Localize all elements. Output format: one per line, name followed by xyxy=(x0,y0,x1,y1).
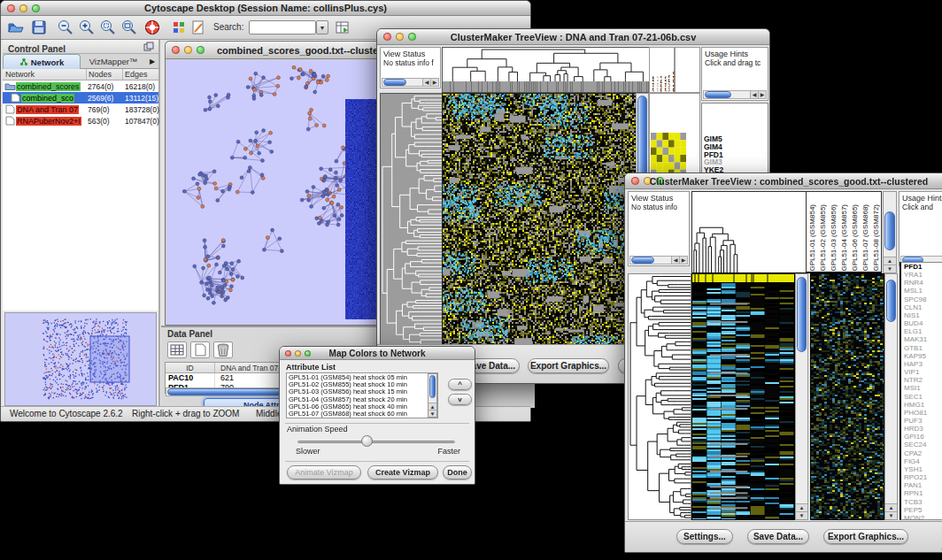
scroll-up-arrow[interactable]: ▲ xyxy=(796,503,807,511)
annotation-button[interactable] xyxy=(190,19,206,36)
scrollbar-thumb[interactable] xyxy=(429,375,436,398)
tv2-row-dendrogram[interactable] xyxy=(628,273,691,520)
search-options-button[interactable] xyxy=(334,19,351,36)
tv1-column-dendrogram[interactable] xyxy=(442,47,650,93)
close-button[interactable] xyxy=(172,46,180,54)
speed-slider-thumb[interactable] xyxy=(361,435,373,447)
gene-label[interactable]: HMG1 xyxy=(901,401,942,409)
gene-label[interactable]: TCB3 xyxy=(901,498,942,506)
gene-label[interactable]: RPN1 xyxy=(901,489,942,497)
tv1-correlation-matrix[interactable] xyxy=(651,133,686,177)
gene-label[interactable]: YSH1 xyxy=(901,465,942,473)
tv2-thumb-vscrollbar[interactable]: ▲ ▼ xyxy=(884,273,898,520)
speed-slider-track[interactable] xyxy=(297,441,455,443)
scrollbar-thumb[interactable] xyxy=(797,277,807,352)
tv1-titlebar[interactable]: ClusterMaker TreeView : DNA and Tran 07-… xyxy=(377,29,769,45)
gene-label[interactable]: SEC1 xyxy=(901,393,942,401)
tv1-status-hscrollbar[interactable]: ◀ ▶ xyxy=(382,78,439,87)
tab-vizmapper[interactable]: VizMapper™ xyxy=(81,54,146,69)
gene-label[interactable]: SPC98 xyxy=(901,295,942,303)
tv1-heatmap[interactable] xyxy=(442,93,637,348)
network-overview-canvas[interactable] xyxy=(5,313,156,405)
help-lifering-icon[interactable] xyxy=(143,19,162,36)
attribute-select-button[interactable] xyxy=(167,341,187,358)
gene-label[interactable]: CPA2 xyxy=(901,449,942,457)
tv1-usage-hscrollbar[interactable]: ◀ ▶ xyxy=(703,90,767,99)
scrollbar-thumb[interactable] xyxy=(884,211,895,250)
move-down-button[interactable]: v xyxy=(448,394,472,405)
tv2-heatmap[interactable] xyxy=(691,273,795,520)
gene-label[interactable]: MAK31 xyxy=(901,335,942,343)
zoom-in-button[interactable] xyxy=(77,19,97,36)
tab-network[interactable]: Network xyxy=(3,54,81,69)
float-panel-icon[interactable] xyxy=(143,42,154,52)
vizmap-palette-button[interactable] xyxy=(171,19,187,36)
gene-label[interactable]: SEC24 xyxy=(901,441,942,449)
scrollbar-thumb[interactable] xyxy=(705,91,731,98)
scroll-down-arrow[interactable]: ▼ xyxy=(796,511,807,519)
export-graphics-button[interactable]: Export Graphics... xyxy=(528,358,609,373)
network-row-selected[interactable]: combined_sco 2569(6) 13112(15) xyxy=(3,92,158,104)
zoom-out-button[interactable] xyxy=(56,19,75,36)
tv2-status-hscrollbar[interactable]: ◀ ▶ xyxy=(629,256,688,265)
tv1-row-dendrogram[interactable] xyxy=(380,93,443,348)
tv2-heat-vscrollbar[interactable]: ▲ ▼ xyxy=(795,273,808,520)
scroll-left-arrow[interactable]: ◀ xyxy=(422,79,430,86)
gene-label[interactable]: MSI1 xyxy=(901,384,942,392)
tv2-column-dendrogram[interactable] xyxy=(691,191,807,274)
search-dropdown-arrow[interactable]: ▼ xyxy=(316,20,328,35)
create-vizmap-button[interactable]: Create Vizmap xyxy=(367,465,438,479)
gene-label[interactable]: HAP3 xyxy=(901,360,942,368)
gene-label[interactable]: RPO21 xyxy=(901,473,942,481)
scroll-up-arrow[interactable]: ▲ xyxy=(884,257,896,265)
network-overview-panel[interactable] xyxy=(4,312,157,406)
gene-label[interactable]: FIG4 xyxy=(901,457,942,465)
gene-label[interactable]: GTB1 xyxy=(901,344,942,352)
scroll-right-arrow[interactable]: ▶ xyxy=(430,79,438,86)
zoom-fit-button[interactable] xyxy=(120,19,139,36)
new-attribute-button[interactable] xyxy=(190,341,210,358)
open-file-button[interactable] xyxy=(6,19,26,36)
gene-label[interactable]: PHO81 xyxy=(901,409,942,417)
export-graphics-button[interactable]: Export Graphics... xyxy=(823,529,908,544)
scrollbar-thumb[interactable] xyxy=(383,79,406,86)
gene-label[interactable]: YRA1 xyxy=(901,271,942,279)
main-titlebar[interactable]: Cytoscape Desktop (Session Name: collins… xyxy=(1,1,530,16)
gene-label[interactable]: PAN1 xyxy=(901,481,942,489)
dialog-titlebar[interactable]: Map Colors to Network xyxy=(280,347,475,360)
scroll-down-arrow[interactable]: ▼ xyxy=(429,410,436,417)
scrollbar-thumb[interactable] xyxy=(886,280,896,322)
attribute-item[interactable]: GPL51-07 (GSM868) heat shock 60 min xyxy=(289,410,427,418)
gene-label[interactable]: GPI16 xyxy=(901,433,942,441)
search-input[interactable] xyxy=(249,20,316,35)
tab-overflow-arrow[interactable]: ▶ xyxy=(146,54,158,69)
network-row[interactable]: combined_scores 2764(0) 16218(0) xyxy=(3,81,158,92)
move-up-button[interactable]: ^ xyxy=(448,379,472,390)
scroll-down-arrow[interactable]: ▼ xyxy=(885,511,897,519)
scroll-right-arrow[interactable]: ▶ xyxy=(758,91,766,98)
scroll-up-arrow[interactable]: ▲ xyxy=(885,503,897,511)
save-data-button[interactable]: Save Data... xyxy=(747,529,809,544)
gene-label[interactable]: BUD4 xyxy=(901,319,942,327)
network-row[interactable]: RNAPuberNov2+I 563(0) 107847(0) xyxy=(3,115,158,127)
scrollbar-thumb[interactable] xyxy=(631,257,654,264)
gene-label[interactable]: ELG1 xyxy=(901,327,942,335)
save-button[interactable] xyxy=(29,19,49,36)
zoom-selected-button[interactable] xyxy=(98,19,118,36)
tv2-labels-vscrollbar[interactable]: ▲ ▼ xyxy=(883,191,897,273)
tv2-titlebar[interactable]: ClusterMaker TreeView : combined_scores_… xyxy=(625,173,942,189)
gene-label[interactable]: PFD1 xyxy=(901,263,942,271)
gene-label[interactable]: PUF3 xyxy=(901,417,942,425)
gene-label[interactable]: MSL1 xyxy=(901,287,942,295)
gene-label[interactable]: KAP95 xyxy=(901,352,942,360)
gene-label[interactable]: PEP5 xyxy=(901,506,942,514)
gene-label[interactable]: NTR2 xyxy=(901,376,942,384)
scroll-left-arrow[interactable]: ◀ xyxy=(671,257,679,264)
network-row[interactable]: DNA and Tran 07 769(0) 183728(0) xyxy=(3,104,158,115)
gene-label[interactable]: HRD3 xyxy=(901,425,942,433)
settings-button[interactable]: Settings... xyxy=(676,529,733,544)
scroll-right-arrow[interactable]: ▶ xyxy=(679,257,687,264)
minimize-button[interactable] xyxy=(184,46,192,54)
gene-label[interactable]: CLN1 xyxy=(901,303,942,311)
scroll-left-arrow[interactable]: ◀ xyxy=(750,91,758,98)
